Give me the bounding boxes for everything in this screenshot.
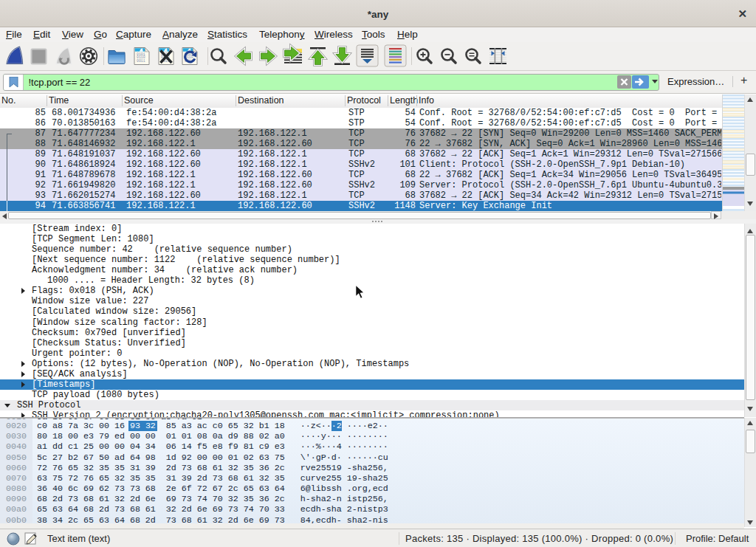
svg-text:0011: 0011	[137, 59, 145, 63]
